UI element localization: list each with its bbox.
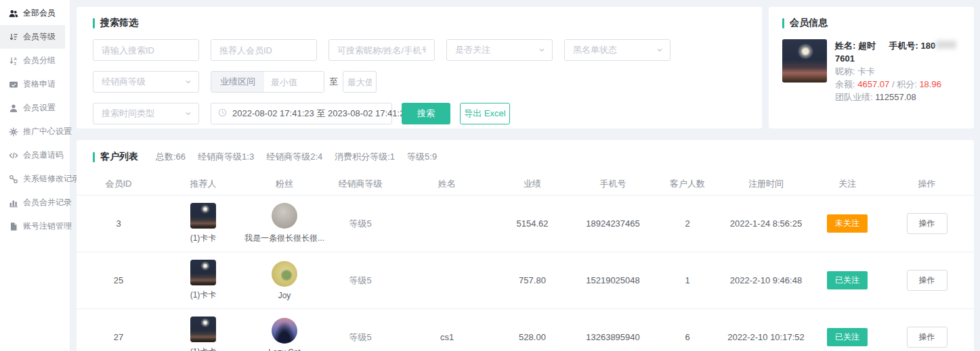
member-team-line: 团队业绩: 112557.08 (835, 91, 960, 103)
row-action-button[interactable]: 操作 (907, 327, 947, 348)
date-range-input[interactable]: 2022-08-02 17:41:23 至 2023-08-02 17:41:2… (211, 103, 392, 124)
col-referrer: 推荐人 (161, 178, 246, 190)
sidebar-item-merge-log[interactable]: 会员合并记录 (0, 191, 65, 214)
name-cell: cs1 (398, 332, 496, 342)
table-header: 会员ID 推荐人 粉丝 经销商等级 姓名 业绩 手机号 客户人数 注册时间 关注… (77, 172, 974, 195)
performance-range-label: 业绩区间 (211, 72, 264, 92)
chevron-down-icon (538, 45, 545, 55)
member-team-value: 112557.08 (875, 92, 916, 102)
member-points-label: 积分: (897, 79, 917, 89)
blacklist-select[interactable]: 黑名单状态 (564, 39, 670, 61)
sidebar-item-account-deletion[interactable]: 账号注销管理 (0, 214, 65, 238)
search-button[interactable]: 搜索 (402, 103, 450, 124)
time-type-select-value: 搜索时间类型 (102, 108, 154, 120)
fan-cell: Lazy Cat (246, 318, 323, 351)
member-phone-suffix: 7601 (835, 53, 855, 64)
section-accent-bar (782, 18, 784, 28)
dealer-level-cell: 等级5 (323, 275, 398, 287)
performance-range-group: 业绩区间 (211, 71, 324, 93)
fan-name: 我是一条很长很长很... (244, 233, 324, 244)
app: 全部会员 会员等级 AZ 会员分组 资格申请 会员设置 推广中心设置 会员邀请码 (0, 0, 980, 351)
phone-masked-blur (936, 41, 956, 49)
follow-badge: 已关注 (827, 271, 868, 289)
referrer-name: (1)卡卡 (190, 346, 217, 351)
sidebar-item-label: 会员分组 (23, 55, 56, 66)
export-excel-button[interactable]: 导出 Excel (460, 103, 510, 124)
registered-cell: 2022-1-24 8:56:25 (717, 218, 815, 229)
sidebar-item-label: 账号注销管理 (23, 220, 72, 232)
filter-title-text: 搜索筛选 (100, 17, 138, 29)
member-phone-label: 手机号: (889, 41, 918, 51)
member-phone-prefix: 180 (921, 41, 936, 51)
col-registered: 注册时间 (717, 178, 815, 190)
follow-cell: 已关注 (815, 271, 880, 289)
performance-cell: 757.80 (496, 275, 568, 285)
user-icon (9, 103, 18, 113)
max-value-input[interactable] (343, 71, 377, 93)
follow-select-value: 是否关注 (455, 44, 490, 56)
referrer-avatar (190, 203, 216, 229)
sidebar-item-relation-log[interactable]: 关系链修改记录 (0, 167, 65, 191)
sort-numeric-icon (9, 32, 18, 42)
file-icon (9, 222, 18, 231)
sidebar-item-qualification[interactable]: 资格申请 (0, 72, 65, 96)
referrer-avatar (190, 260, 216, 285)
sidebar-item-member-settings[interactable]: 会员设置 (0, 96, 65, 120)
col-dealer-level: 经销商等级 (323, 178, 398, 190)
registered-cell: 2022-2-10 9:46:48 (717, 275, 815, 285)
main-content: 搜索筛选 是否关注 黑名单状态 经销商等级 (70, 0, 980, 351)
link-icon (9, 174, 18, 184)
member-name-phone-line: 姓名: 超时 手机号: 1807601 (835, 39, 960, 65)
referrer-cell: (1)卡卡 (161, 260, 246, 301)
clock-icon (218, 108, 227, 119)
code-icon (9, 151, 18, 160)
date-range-value: 2022-08-02 17:41:23 至 2023-08-02 17:41:2… (232, 108, 410, 120)
col-performance: 业绩 (496, 178, 568, 190)
customer-list-title-text: 客户列表 (100, 151, 138, 163)
range-to-label: 至 (329, 76, 338, 88)
fan-name: Joy (278, 291, 291, 300)
col-name: 姓名 (398, 178, 496, 190)
stat-total: 总数:66 (156, 151, 186, 163)
col-phone: 手机号 (568, 178, 658, 190)
member-info-title-text: 会员信息 (790, 17, 828, 29)
sidebar-item-promotion-settings[interactable]: 推广中心设置 (0, 120, 65, 143)
member-id-cell: 3 (77, 218, 161, 229)
row-action-button[interactable]: 操作 (907, 213, 947, 234)
referrer-id-input[interactable] (211, 39, 317, 61)
dealer-level-select[interactable]: 经销商等级 (93, 71, 199, 93)
keyword-input[interactable] (328, 39, 435, 61)
sidebar-item-member-level[interactable]: 会员等级 (0, 25, 65, 49)
dealer-level-select-value: 经销商等级 (102, 76, 146, 88)
sidebar-item-all-members[interactable]: 全部会员 (0, 1, 65, 25)
col-follow: 关注 (815, 178, 880, 190)
follow-select[interactable]: 是否关注 (446, 39, 553, 61)
customers-cell: 6 (658, 332, 717, 342)
filter-row-1: 是否关注 黑名单状态 (93, 39, 746, 61)
sidebar-item-invite-code[interactable]: 会员邀请码 (0, 143, 65, 167)
sidebar-item-member-group[interactable]: AZ 会员分组 (0, 49, 65, 72)
col-customers: 客户人数 (658, 178, 717, 190)
member-team-label: 团队业绩: (835, 92, 873, 102)
fan-avatar (272, 261, 297, 287)
referrer-name: (1)卡卡 (190, 289, 217, 301)
search-id-input[interactable] (93, 39, 199, 61)
search-filter-card: 搜索筛选 是否关注 黑名单状态 经销商等级 (77, 7, 762, 128)
dealer-level-cell: 等级5 (323, 218, 398, 230)
customers-cell: 1 (658, 275, 717, 285)
col-action: 操作 (880, 178, 974, 190)
row-action-button[interactable]: 操作 (907, 270, 947, 291)
sidebar-item-label: 推广中心设置 (23, 126, 72, 137)
follow-cell: 未关注 (815, 214, 880, 233)
min-value-input[interactable] (264, 72, 324, 92)
member-id-cell: 25 (77, 275, 161, 285)
performance-cell: 5154.62 (496, 218, 568, 229)
phone-cell: 18924237465 (568, 218, 658, 229)
action-cell: 操作 (880, 270, 974, 291)
col-fan: 粉丝 (246, 178, 323, 190)
blacklist-select-value: 黑名单状态 (573, 44, 617, 56)
balance-points-separator: / (892, 79, 895, 89)
time-type-select[interactable]: 搜索时间类型 (93, 103, 199, 124)
sidebar-item-label: 会员设置 (23, 102, 56, 114)
customer-list-header: 客户列表 总数:66 经销商等级1:3 经销商等级2:4 消费积分等级:1 等级… (77, 151, 974, 163)
